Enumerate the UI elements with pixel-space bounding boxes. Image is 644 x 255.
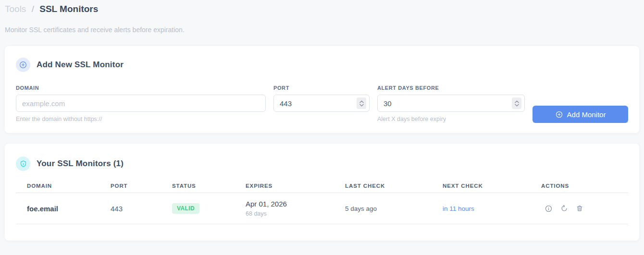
monitors-table: DOMAIN PORT STATUS EXPIRES LAST CHECK NE… — [16, 179, 628, 224]
status-badge: VALID — [172, 203, 199, 214]
add-monitor-button-label: Add Monitor — [567, 110, 606, 119]
delete-button[interactable] — [576, 205, 583, 212]
alert-days-input[interactable] — [377, 95, 525, 112]
submit-column: Add Monitor — [533, 106, 628, 123]
expires-days-remaining: 68 days — [246, 210, 345, 217]
breadcrumb-tools-link[interactable]: Tools — [5, 4, 26, 14]
plus-circle-icon — [555, 110, 563, 119]
col-header-port: PORT — [111, 183, 172, 189]
chevron-down-icon — [515, 104, 519, 107]
page-subtitle: Monitor SSL certificates and receive ale… — [5, 26, 639, 34]
col-header-next-check: NEXT CHECK — [443, 183, 541, 189]
port-label: PORT — [273, 85, 370, 91]
refresh-icon — [560, 205, 568, 212]
table-row: foe.email 443 VALID Apr 01, 2026 68 days… — [16, 193, 628, 224]
domain-input[interactable] — [16, 95, 266, 112]
chevron-down-icon — [359, 104, 364, 107]
expires-date: Apr 01, 2026 — [246, 200, 345, 208]
monitor-last-check: 5 days ago — [345, 205, 443, 212]
add-monitor-form: DOMAIN Enter the domain without https://… — [16, 85, 628, 123]
table-header-row: DOMAIN PORT STATUS EXPIRES LAST CHECK NE… — [16, 179, 628, 193]
col-header-actions: ACTIONS — [541, 183, 628, 189]
monitor-port: 443 — [111, 205, 172, 213]
breadcrumb-separator: / — [32, 4, 34, 14]
col-header-status: STATUS — [172, 183, 246, 189]
add-monitor-card: Add New SSL Monitor DOMAIN Enter the dom… — [5, 46, 639, 133]
col-header-domain: DOMAIN — [16, 183, 111, 189]
ssl-monitors-page: Tools / SSL Monitors Monitor SSL certifi… — [0, 0, 644, 255]
plus-circle-icon — [16, 58, 30, 72]
col-header-last-check: LAST CHECK — [345, 183, 443, 189]
domain-field-group: DOMAIN Enter the domain without https:// — [16, 85, 266, 122]
monitors-list-card: Your SSL Monitors (1) DOMAIN PORT STATUS… — [5, 144, 639, 241]
add-monitor-title: Add New SSL Monitor — [37, 60, 124, 70]
port-field-group: PORT — [273, 85, 370, 112]
monitor-domain: foe.email — [16, 205, 111, 213]
refresh-button[interactable] — [560, 205, 568, 212]
alert-days-helper-text: Alert X days before expiry — [377, 116, 525, 122]
monitors-list-header: Your SSL Monitors (1) — [16, 157, 628, 171]
port-input[interactable] — [273, 95, 370, 112]
monitor-status-cell: VALID — [172, 203, 246, 214]
monitor-actions-cell — [541, 205, 628, 213]
shield-icon — [16, 157, 30, 171]
chevron-up-icon — [359, 100, 364, 103]
add-monitor-button[interactable]: Add Monitor — [533, 106, 628, 123]
page-title: SSL Monitors — [39, 4, 98, 14]
alert-days-stepper[interactable] — [512, 97, 521, 109]
trash-icon — [576, 205, 583, 212]
port-stepper[interactable] — [357, 97, 366, 109]
alert-days-label: ALERT DAYS BEFORE — [377, 85, 525, 91]
chevron-up-icon — [515, 100, 519, 103]
info-icon — [545, 205, 553, 213]
domain-helper-text: Enter the domain without https:// — [16, 116, 266, 122]
monitors-list-title: Your SSL Monitors (1) — [37, 159, 124, 169]
alert-days-field-group: ALERT DAYS BEFORE Alert X days before ex… — [377, 85, 525, 122]
add-monitor-header: Add New SSL Monitor — [16, 58, 628, 72]
breadcrumb: Tools / SSL Monitors — [5, 3, 639, 15]
domain-label: DOMAIN — [16, 85, 266, 91]
monitor-expires-cell: Apr 01, 2026 68 days — [246, 200, 345, 217]
info-button[interactable] — [545, 205, 553, 213]
col-header-expires: EXPIRES — [246, 183, 345, 189]
monitor-next-check: in 11 hours — [443, 205, 541, 212]
